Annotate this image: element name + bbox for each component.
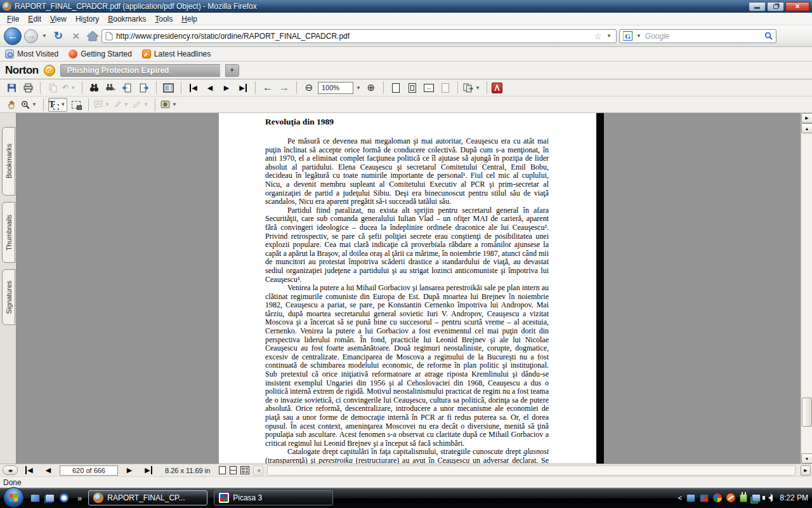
status-last-page-button[interactable]: ▶ bbox=[141, 465, 156, 476]
tab-thumbnails[interactable]: Thumbnails bbox=[2, 202, 15, 263]
document-canvas[interactable]: Revoluţia din 1989 Pe măsură ce devenea … bbox=[17, 113, 801, 464]
close-button[interactable]: × bbox=[785, 2, 809, 11]
next-view-button[interactable]: → bbox=[277, 81, 292, 95]
status-first-page-button[interactable]: ◀ bbox=[22, 465, 37, 476]
task-button-picasa[interactable]: Picasa 3 bbox=[214, 490, 333, 505]
vertical-scroll-thumb[interactable] bbox=[802, 398, 812, 427]
acrobat-button[interactable] bbox=[492, 83, 502, 93]
tray-utility-icon[interactable] bbox=[700, 494, 709, 502]
zoom-tool-button[interactable]: ▼ bbox=[20, 98, 39, 112]
last-page-button[interactable]: ▶ bbox=[235, 81, 251, 95]
highlight-tool-button[interactable]: ▼ bbox=[132, 98, 150, 112]
tray-media-icon[interactable] bbox=[713, 493, 722, 502]
facing-view-button[interactable] bbox=[240, 466, 249, 474]
find-again-button[interactable] bbox=[103, 81, 119, 95]
save-button[interactable] bbox=[4, 81, 19, 95]
undo-button[interactable]: ↶▼ bbox=[62, 81, 77, 95]
bookmark-getting-started[interactable]: Getting Started bbox=[69, 50, 132, 58]
fit-width-button[interactable]: ↔ bbox=[421, 81, 436, 95]
scroll-down-button[interactable]: ▼ bbox=[801, 453, 812, 464]
url-dropdown[interactable]: ▼ bbox=[605, 33, 613, 39]
home-button[interactable] bbox=[86, 30, 99, 41]
reload-button[interactable]: ↻ bbox=[51, 29, 66, 43]
text-select-tool-button[interactable]: T▼ bbox=[48, 98, 67, 112]
bookmark-most-visited[interactable]: Most Visited bbox=[5, 50, 58, 58]
snapshot-tool-button[interactable] bbox=[69, 98, 84, 112]
stop-button[interactable]: × bbox=[69, 29, 84, 43]
page-layout-button[interactable] bbox=[161, 81, 176, 95]
pdf-page[interactable]: Revoluţia din 1989 Pe măsură ce devenea … bbox=[219, 113, 596, 464]
tab-bookmarks[interactable]: Bookmarks bbox=[2, 127, 15, 196]
page-number-field[interactable]: 620 of 666 bbox=[60, 465, 118, 476]
search-input[interactable]: Google bbox=[645, 32, 762, 41]
forward-button[interactable]: → bbox=[24, 29, 38, 43]
task-button-firefox[interactable]: RAPORT_FINAL_CP... bbox=[88, 490, 207, 505]
single-page-view-button[interactable] bbox=[219, 466, 226, 474]
show-desktop-icon[interactable] bbox=[30, 494, 40, 502]
tab-signatures[interactable]: Signatures bbox=[2, 269, 15, 325]
back-button[interactable]: ← bbox=[4, 27, 22, 45]
norton-dropdown[interactable]: ▼ bbox=[225, 64, 239, 77]
menu-help[interactable]: Help bbox=[177, 13, 202, 25]
scroll-up-button[interactable]: ▲ bbox=[801, 123, 812, 133]
next-view-page-button[interactable] bbox=[136, 81, 152, 95]
first-page-button[interactable]: ◀ bbox=[186, 81, 201, 95]
menu-bookmarks[interactable]: Bookmarks bbox=[103, 13, 150, 25]
copy-button[interactable] bbox=[45, 81, 60, 95]
menu-tools[interactable]: Tools bbox=[150, 13, 177, 25]
zoom-level-field[interactable]: 100% bbox=[318, 82, 353, 94]
statusbar-grip[interactable]: ◀▶ bbox=[3, 465, 18, 475]
horizontal-scrollbar[interactable] bbox=[267, 465, 796, 476]
zoom-dropdown[interactable]: ▼ bbox=[355, 85, 362, 91]
zoom-out-button[interactable]: ⊖ bbox=[301, 81, 317, 95]
menu-edit[interactable]: Edit bbox=[23, 13, 46, 25]
search-engine-icon[interactable]: G bbox=[623, 31, 632, 41]
bookmark-latest-headlines[interactable]: Latest Headlines bbox=[142, 50, 211, 58]
search-engine-dropdown[interactable]: ▼ bbox=[635, 33, 643, 39]
find-button[interactable] bbox=[87, 81, 102, 95]
status-next-page-button[interactable]: ▶ bbox=[122, 465, 137, 476]
start-button[interactable] bbox=[3, 487, 24, 508]
search-bar[interactable]: G ▼ Google bbox=[619, 29, 776, 43]
export-pages-button[interactable]: ▼ bbox=[462, 81, 482, 95]
zoom-in-button[interactable]: ⊕ bbox=[363, 81, 379, 95]
url-bar[interactable]: http://www.presidency.ro/static/ordine/R… bbox=[102, 29, 617, 43]
previous-view-page-button[interactable] bbox=[120, 81, 135, 95]
toolbar-overflow-button[interactable]: ▶ bbox=[801, 113, 812, 123]
rotate-view-button[interactable] bbox=[438, 81, 453, 95]
continuous-view-button[interactable] bbox=[230, 466, 237, 474]
restore-button[interactable] bbox=[767, 2, 784, 11]
status-previous-page-button[interactable]: ◀ bbox=[41, 465, 56, 476]
norton-help-icon[interactable]: ? bbox=[44, 65, 55, 76]
history-dropdown[interactable]: ▼ bbox=[41, 33, 48, 39]
previous-view-button[interactable]: ← bbox=[260, 81, 275, 95]
tray-volume-icon[interactable] bbox=[765, 495, 773, 501]
window-switcher-icon[interactable] bbox=[45, 494, 55, 502]
quicktime-icon[interactable] bbox=[60, 493, 69, 502]
tray-power-icon[interactable] bbox=[740, 494, 747, 502]
tray-computer-icon[interactable] bbox=[686, 494, 695, 502]
menu-file[interactable]: File bbox=[3, 13, 23, 25]
next-page-button[interactable]: ▶ bbox=[219, 81, 234, 95]
fit-page-button[interactable] bbox=[405, 81, 420, 95]
bookmark-star-icon[interactable]: ☆ bbox=[594, 31, 602, 41]
tray-network-icon[interactable] bbox=[752, 494, 761, 502]
note-tool-button[interactable]: ▼ bbox=[93, 98, 112, 112]
previous-page-button[interactable]: ◀ bbox=[202, 81, 218, 95]
quick-launch-overflow[interactable]: » bbox=[77, 493, 82, 503]
tray-norton-icon[interactable] bbox=[726, 493, 735, 502]
minimize-button[interactable] bbox=[749, 2, 766, 11]
vertical-scrollbar[interactable]: ▶ ▲ ▼ bbox=[801, 113, 812, 464]
menu-view[interactable]: View bbox=[46, 13, 71, 25]
hscroll-left-button[interactable]: ◀ bbox=[253, 465, 263, 476]
tray-collapse-chevron[interactable]: < bbox=[678, 494, 682, 502]
pencil-tool-button[interactable]: ▼ bbox=[113, 98, 131, 112]
actual-size-button[interactable] bbox=[388, 81, 403, 95]
print-button[interactable] bbox=[20, 81, 36, 95]
hand-tool-button[interactable] bbox=[4, 98, 19, 112]
hscroll-right-button[interactable]: ▶ bbox=[801, 465, 811, 476]
sign-tool-button[interactable]: ▼ bbox=[160, 98, 179, 112]
url-text[interactable]: http://www.presidency.ro/static/ordine/R… bbox=[116, 32, 591, 41]
search-icon[interactable] bbox=[764, 32, 773, 40]
menu-history[interactable]: History bbox=[71, 13, 103, 25]
